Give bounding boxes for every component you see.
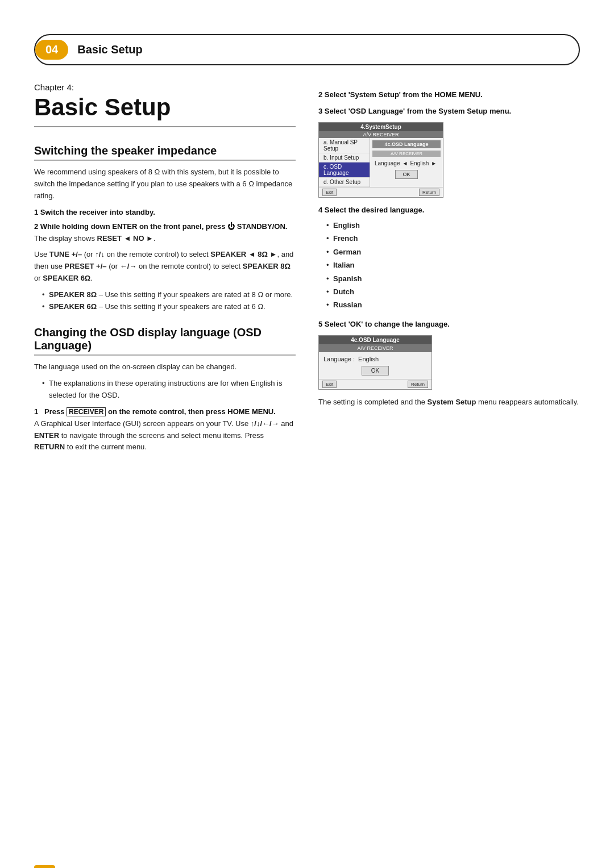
- right-step4-heading: 4 Select the desired language.: [318, 206, 580, 214]
- screen2-body: Language : English OK: [319, 352, 432, 379]
- chapter-number: 04: [35, 40, 68, 60]
- osd-step1-heading: 1 Press RECEIVER on the remote control, …: [34, 407, 296, 416]
- screen1-footer: Exit Return: [319, 187, 443, 197]
- screen1-return-btn[interactable]: Return: [419, 189, 439, 196]
- screen1-header: 4.SystemSetup: [319, 123, 443, 131]
- screen1-ok-btn[interactable]: OK: [395, 170, 417, 179]
- osd-language-intro: The language used on the on-screen displ…: [34, 361, 296, 373]
- right-column: 2 Select 'System Setup' from the HOME ME…: [318, 82, 580, 458]
- lang-russian: Russian: [326, 298, 580, 311]
- screen2-return-btn[interactable]: Return: [408, 381, 428, 388]
- right-step5-heading: 5 Select 'OK' to change the language.: [318, 320, 580, 328]
- screen2-lang-value: English: [358, 356, 379, 362]
- screen2-ok-btn[interactable]: OK: [362, 366, 389, 375]
- screen1-lang-label: Language: [375, 160, 400, 166]
- speaker-6ohm-bullet: SPEAKER 6Ω – Use this setting if your sp…: [42, 301, 296, 313]
- screen-mockup-2: 4c.OSD Language A/V RECEIVER Language : …: [318, 335, 432, 390]
- lang-english: English: [326, 219, 580, 232]
- osd-language-section: Changing the OSD display language (OSD L…: [34, 326, 296, 453]
- screen1-exit-btn[interactable]: Exit: [322, 189, 337, 196]
- lang-german: German: [326, 245, 580, 258]
- screen1-menu-item-4: d. Other Setup: [319, 178, 370, 187]
- screen1-subheader: A/V RECEIVER: [319, 131, 443, 138]
- footer-text: The setting is completed and the System …: [318, 397, 580, 408]
- screen1-menu-item-3: c. OSD Language: [319, 162, 370, 178]
- screen1-body: a. Manual SP Setup b. Input Setup c. OSD…: [319, 138, 443, 187]
- right-step2-heading: 2 Select 'System Setup' from the HOME ME…: [318, 90, 580, 99]
- speaker-8ohm-bullet: SPEAKER 8Ω – Use this setting if your sp…: [42, 289, 296, 301]
- lang-dutch: Dutch: [326, 285, 580, 298]
- chapter-label: Chapter 4:: [34, 82, 296, 92]
- switching-speaker-section: Switching the speaker impedance We recom…: [34, 144, 296, 312]
- chapter-header-title: Basic Setup: [77, 43, 142, 56]
- screen1-right-header: 4c.OSD Language: [372, 140, 441, 148]
- screen1-lang-value: English: [410, 160, 429, 166]
- lang-french: French: [326, 232, 580, 245]
- screen1-lang-arrow-left: ◄: [403, 160, 408, 166]
- speaker-bullet-list: SPEAKER 8Ω – Use this setting if your sp…: [34, 289, 296, 313]
- screen2-exit-btn[interactable]: Exit: [322, 381, 337, 388]
- screen1-lang-arrow-right: ►: [431, 160, 437, 166]
- screen1-menu-item-1: a. Manual SP Setup: [319, 138, 370, 153]
- lang-italian: Italian: [326, 258, 580, 272]
- left-column: Chapter 4: Basic Setup Switching the spe…: [34, 82, 296, 458]
- page-number: 36: [34, 865, 55, 868]
- screen-mockup-1: 4.SystemSetup A/V RECEIVER a. Manual SP …: [318, 122, 443, 198]
- osd-language-note: The explanations in these operating inst…: [42, 378, 296, 402]
- page-footer: 36 En: [34, 865, 66, 868]
- language-list: English French German Italian Spanish Du…: [318, 219, 580, 312]
- tune-instruction: Use TUNE +/– (or ↑/↓ on the remote contr…: [34, 249, 296, 284]
- screen2-lang-label: Language :: [323, 356, 355, 362]
- step1-switch-standby: 1 Switch the receiver into standby.: [34, 208, 296, 216]
- page: 04 Basic Setup Chapter 4: Basic Setup Sw…: [0, 34, 614, 868]
- osd-step1-body: A Graphical User Interface (GUI) screen …: [34, 418, 296, 453]
- switching-speaker-heading: Switching the speaker impedance: [34, 144, 296, 161]
- step2-hold-enter: 2 While holding down ENTER on the front …: [34, 222, 296, 231]
- receiver-box: RECEIVER: [67, 407, 106, 416]
- osd-language-heading: Changing the OSD display language (OSD L…: [34, 326, 296, 356]
- screen1-right-panel: 4c.OSD Language A/V RECEIVER Language ◄ …: [370, 138, 443, 187]
- lang-spanish: Spanish: [326, 272, 580, 285]
- screen1-menu-item-2: b. Input Setup: [319, 153, 370, 162]
- screen2-header: 4c.OSD Language: [319, 336, 432, 344]
- screen2-lang-row: Language : English: [323, 356, 427, 362]
- right-step3-heading: 3 Select 'OSD Language' from the System …: [318, 107, 580, 115]
- chapter-title-section: Chapter 4: Basic Setup: [34, 82, 296, 127]
- osd-language-note-list: The explanations in these operating inst…: [34, 378, 296, 402]
- switching-speaker-intro: We recommend using speakers of 8 Ω with …: [34, 166, 296, 202]
- chapter-header: 04 Basic Setup: [34, 34, 580, 65]
- screen2-subheader: A/V RECEIVER: [319, 344, 432, 352]
- screen1-lang-row: Language ◄ English ►: [372, 159, 441, 168]
- screen1-left-menu: a. Manual SP Setup b. Input Setup c. OSD…: [319, 138, 370, 187]
- screen1-right-subheader: A/V RECEIVER: [372, 151, 441, 157]
- screen2-footer: Exit Return: [319, 379, 432, 389]
- chapter-main-title: Basic Setup: [34, 94, 296, 127]
- display-shows-text: The display shows RESET ◄ NO ►.: [34, 233, 296, 245]
- main-content: Chapter 4: Basic Setup Switching the spe…: [0, 65, 614, 481]
